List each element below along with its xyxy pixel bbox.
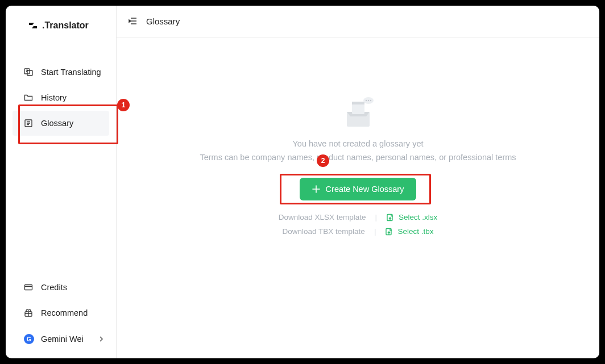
gift-icon xyxy=(24,308,33,317)
empty-illustration xyxy=(338,95,378,129)
select-tbx-link[interactable]: Select .tbx xyxy=(385,227,433,236)
card-icon xyxy=(24,283,33,292)
sidebar-item-glossary[interactable]: Glossary xyxy=(13,111,109,136)
plus-icon xyxy=(312,185,320,193)
svg-rect-3 xyxy=(25,285,32,290)
annotation-badge-1: 1 xyxy=(117,99,130,111)
svg-point-9 xyxy=(365,100,366,101)
empty-subtitle: Terms can be company names, product name… xyxy=(200,153,516,162)
sidebar-item-start-translating[interactable]: Start Translating xyxy=(13,60,109,85)
app-window: .Translator Start Translating History Gl… xyxy=(6,6,599,358)
sidebar-item-label: Glossary xyxy=(41,119,73,128)
create-glossary-button[interactable]: Create New Glossary xyxy=(300,178,417,200)
topbar: Glossary xyxy=(117,6,599,38)
sidebar-item-label: History xyxy=(41,93,67,102)
avatar: G xyxy=(24,334,34,344)
folder-icon xyxy=(24,93,33,102)
sidebar-item-label: Credits xyxy=(41,283,67,292)
svg-point-11 xyxy=(370,100,371,101)
empty-state: You have not created a glossary yet Term… xyxy=(117,38,599,358)
collapse-icon[interactable] xyxy=(128,16,138,26)
svg-rect-7 xyxy=(352,102,364,104)
user-name: Gemini Wei xyxy=(41,334,84,344)
app-name: .Translator xyxy=(42,20,89,31)
list-icon xyxy=(24,119,33,128)
chevron-right-icon xyxy=(99,334,103,344)
sidebar-item-credits[interactable]: Credits xyxy=(13,275,109,300)
template-row-tbx: Download TBX template | Select .tbx xyxy=(283,227,434,236)
template-label: Download XLSX template xyxy=(279,213,366,221)
sidebar-nav-bottom: Credits Recommend G Gemini Wei xyxy=(6,274,116,353)
sidebar-user-row[interactable]: G Gemini Wei xyxy=(13,326,109,352)
sidebar-item-history[interactable]: History xyxy=(13,85,109,110)
template-label: Download TBX template xyxy=(283,227,365,236)
select-xlsx-link[interactable]: Select .xlsx xyxy=(386,213,437,221)
select-link-label: Select .tbx xyxy=(397,227,433,236)
file-upload-icon xyxy=(386,214,394,221)
page-title: Glossary xyxy=(146,16,180,26)
main-area: Glossary You have not created a glossary… xyxy=(117,6,599,358)
logo-icon xyxy=(28,21,38,30)
sidebar-nav-top: Start Translating History Glossary xyxy=(6,42,116,136)
sidebar-item-label: Start Translating xyxy=(41,68,101,77)
translate-icon xyxy=(24,68,33,77)
divider: | xyxy=(375,213,378,221)
empty-title: You have not created a glossary yet xyxy=(292,139,423,148)
template-row-xlsx: Download XLSX template | Select .xlsx xyxy=(279,213,438,221)
svg-point-10 xyxy=(367,100,368,101)
divider: | xyxy=(374,227,376,236)
sidebar-item-label: Recommend xyxy=(41,308,88,317)
create-button-label: Create New Glossary xyxy=(326,185,404,194)
sidebar-item-recommend[interactable]: Recommend xyxy=(13,300,109,325)
sidebar: .Translator Start Translating History Gl… xyxy=(6,6,117,358)
app-logo-row: .Translator xyxy=(6,6,116,42)
select-link-label: Select .xlsx xyxy=(399,213,437,221)
annotation-badge-2: 2 xyxy=(317,154,329,167)
file-upload-icon xyxy=(385,228,393,236)
